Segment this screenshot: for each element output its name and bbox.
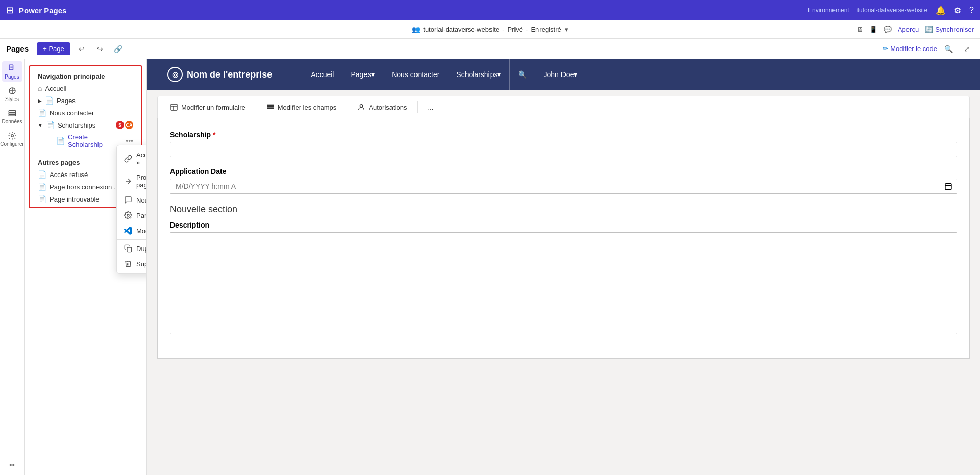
grid-icon[interactable]: ⊞ — [6, 5, 14, 16]
date-input[interactable] — [170, 179, 940, 194]
edit-code-button[interactable]: ✏ Modifier le code — [883, 45, 937, 53]
expand-icon[interactable]: ⤢ — [960, 42, 974, 56]
page-icon7: 📄 — [38, 195, 46, 203]
app-title: Power Pages — [19, 6, 66, 15]
comment-icon[interactable]: 💬 — [884, 26, 892, 33]
company-name: Nom de l'entreprise — [187, 69, 272, 80]
zoom-icon[interactable]: 🔍 — [941, 42, 955, 56]
page-icon: 📄 — [45, 96, 54, 105]
context-dupliquer-label: Dupliquer — [136, 245, 147, 253]
more-button[interactable]: ... — [422, 101, 439, 114]
calendar-button[interactable] — [940, 179, 957, 194]
context-commentaire-label: Nouveau commentaire — [136, 196, 147, 204]
nav-item-nous-contacter[interactable]: 📄 Nous contacter — [30, 107, 141, 119]
edit-form-icon — [170, 103, 178, 111]
page-icon2: 📄 — [38, 109, 46, 117]
preview-header: ◎ Nom de l'entreprise Accueil Pages▾ Nou… — [147, 59, 980, 90]
env-name: tutorial-dataverse-website — [857, 7, 927, 14]
page-icon4: 📄 — [56, 137, 65, 145]
nav-item-page-introuvable-label: Page introuvable — [50, 195, 100, 203]
link-icon[interactable]: 🔗 — [111, 42, 126, 56]
context-menu-acces-autres-pages[interactable]: Accéder à « Autres pages » — [117, 147, 147, 170]
nav-item-accueil-label: Accueil — [45, 85, 66, 92]
tool-bar: Pages + Page ↩ ↪ 🔗 ✏ Modifier le code 🔍 … — [0, 39, 980, 59]
more-icon[interactable]: ••• — [126, 137, 133, 145]
context-menu-parametres[interactable]: Paramètres de la page — [117, 208, 147, 223]
edit-form-button[interactable]: Modifier un formulaire — [164, 101, 252, 114]
preview-logo: ◎ Nom de l'entreprise — [167, 67, 272, 82]
required-marker: * — [213, 131, 215, 139]
notification-icon[interactable]: 🔔 — [936, 6, 946, 15]
sidebar-item-configure[interactable]: Configurer — [2, 129, 22, 149]
nav-item-scholarships[interactable]: ▼ 📄 Scholarships S CA — [30, 119, 141, 131]
svg-rect-9 — [127, 247, 132, 252]
application-date-field: Application Date — [170, 167, 957, 194]
settings-icon[interactable]: ⚙ — [954, 6, 961, 15]
undo-icon[interactable]: ↩ — [75, 42, 89, 56]
permissions-label: Autorisations — [369, 104, 407, 111]
edit-fields-button[interactable]: Modifier les champs — [260, 101, 343, 114]
nav-user[interactable]: John Doe▾ — [535, 59, 586, 90]
context-menu: Accéder à « Autres pages » Promouvoir ce… — [116, 145, 147, 274]
content-area: ◎ Nom de l'entreprise Accueil Pages▾ Nou… — [147, 59, 980, 475]
svg-rect-5 — [9, 112, 16, 114]
preview-nav: Accueil Pages▾ Nous contacter Scholarshi… — [303, 59, 960, 90]
page-icon6: 📄 — [38, 183, 46, 191]
tool-bar-right: ✏ Modifier le code 🔍 ⤢ — [883, 42, 974, 56]
page-icon5: 📄 — [38, 170, 46, 179]
env-label: Environnement — [808, 7, 849, 14]
svg-rect-13 — [267, 105, 274, 105]
description-textarea[interactable] — [170, 232, 957, 334]
separator3 — [417, 101, 418, 113]
dropdown-icon[interactable]: ▾ — [565, 26, 568, 33]
nav-item-accueil[interactable]: ⌂ Accueil — [30, 82, 141, 94]
nav-search[interactable]: 🔍 — [510, 59, 535, 90]
vscode-icon2 — [124, 227, 132, 235]
separator1 — [256, 101, 256, 113]
svg-rect-4 — [9, 110, 16, 112]
svg-rect-6 — [9, 114, 16, 116]
main-layout: Pages Styles Données Configurer ••• Navi… — [0, 59, 980, 475]
desktop-icon[interactable]: 🖥 — [856, 26, 863, 33]
nav-item-acces-refuse-label: Accès refusé — [50, 171, 88, 179]
preview-btn[interactable]: Aperçu — [898, 26, 919, 33]
svg-rect-2 — [10, 67, 13, 67]
context-promouvoir-label: Promouvoir cette sous-page — [136, 173, 147, 189]
add-page-button[interactable]: + Page — [37, 42, 70, 55]
redo-icon[interactable]: ↪ — [93, 42, 107, 56]
context-menu-nouveau-commentaire[interactable]: Nouveau commentaire — [117, 192, 147, 208]
nav-pages[interactable]: Pages▾ — [342, 59, 383, 90]
context-modifier-code-label: Modifier le code — [136, 227, 147, 235]
help-icon[interactable]: ? — [969, 6, 974, 15]
context-menu-dupliquer[interactable]: Dupliquer — [117, 241, 147, 256]
sidebar-item-pages[interactable]: Pages — [2, 61, 22, 82]
nav-nous-contacter[interactable]: Nous contacter — [383, 59, 448, 90]
context-menu-modifier-code[interactable]: Modifier le code — [117, 223, 147, 238]
scholarship-input[interactable] — [170, 142, 957, 157]
permissions-button[interactable]: Autorisations — [351, 101, 413, 114]
nav-item-pages[interactable]: ▶ 📄 Pages — [30, 94, 141, 107]
context-menu-supprimer[interactable]: Supprimer — [117, 256, 147, 271]
tablet-icon[interactable]: 📱 — [869, 26, 877, 33]
sidebar-item-data[interactable]: Données — [2, 106, 22, 127]
nav-scholarships[interactable]: Scholarships▾ — [448, 59, 509, 90]
page-icon3: 📄 — [46, 121, 55, 129]
second-bar: 👥 tutorial-dataverse-website - Privé - E… — [0, 20, 980, 39]
action-bar-wrapper: Modifier un formulaire Modifier les cham… — [157, 96, 970, 118]
user-name: John Doe▾ — [544, 70, 578, 79]
svg-rect-17 — [945, 184, 951, 190]
nav-accueil[interactable]: Accueil — [303, 59, 342, 90]
calendar-icon — [944, 182, 952, 190]
context-menu-promouvoir[interactable]: Promouvoir cette sous-page — [117, 170, 147, 192]
sidebar-item-styles[interactable]: Styles — [2, 84, 22, 104]
sync-button[interactable]: 🔄 Synchroniser — [925, 26, 974, 33]
nav-item-create-scholarship-label: Create Scholarship — [68, 133, 122, 148]
delete-icon — [124, 260, 132, 268]
svg-rect-10 — [171, 104, 177, 110]
chevron-right-icon: ▶ — [38, 98, 42, 104]
scholarship-field: Scholarship * — [170, 131, 957, 157]
nav-main-label: Navigation principale — [30, 68, 141, 82]
chevron-down-icon: ▼ — [38, 122, 43, 128]
sidebar-item-more[interactable]: ••• — [2, 455, 22, 475]
home-icon: ⌂ — [38, 84, 42, 92]
